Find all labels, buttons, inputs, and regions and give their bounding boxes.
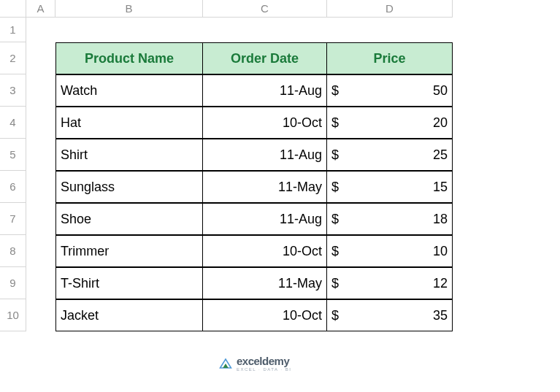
spreadsheet: A B C D 1 2 Product Name Order Date Pric… (0, 0, 560, 331)
corner-select-all[interactable] (0, 0, 26, 18)
row-header[interactable]: 5 (0, 139, 26, 171)
row-header[interactable]: 10 (0, 299, 26, 331)
cell-product[interactable]: T-Shirt (55, 267, 203, 299)
col-header-d[interactable]: D (327, 0, 453, 18)
amount: 18 (433, 212, 448, 227)
cell-price[interactable]: $10 (327, 235, 453, 267)
row-header[interactable]: 8 (0, 235, 26, 267)
amount: 50 (433, 83, 448, 99)
cell-product[interactable]: Jacket (55, 299, 203, 331)
cell-a10[interactable] (26, 299, 55, 331)
cell-date[interactable]: 11-Aug (203, 74, 327, 107)
row-header[interactable]: 6 (0, 171, 26, 203)
col-header-a[interactable]: A (26, 0, 55, 18)
cell-product[interactable]: Sunglass (55, 171, 203, 203)
row-header[interactable]: 9 (0, 267, 26, 299)
cell-date[interactable]: 10-Oct (203, 235, 327, 267)
cell-a3[interactable] (26, 74, 55, 107)
currency: $ (331, 212, 339, 227)
cell-b1[interactable] (55, 18, 203, 42)
cell-price[interactable]: $35 (327, 299, 453, 331)
cell-product[interactable]: Hat (55, 107, 203, 139)
cell-d1[interactable] (327, 18, 453, 42)
cell-date[interactable]: 11-Aug (203, 203, 327, 235)
cell-price[interactable]: $18 (327, 203, 453, 235)
currency: $ (331, 180, 339, 195)
cell-price[interactable]: $50 (327, 74, 453, 107)
header-price[interactable]: Price (327, 42, 453, 74)
row-header[interactable]: 7 (0, 203, 26, 235)
cell-a4[interactable] (26, 107, 55, 139)
cell-product[interactable]: Trimmer (55, 235, 203, 267)
col-header-b[interactable]: B (55, 0, 203, 18)
cell-a8[interactable] (26, 235, 55, 267)
currency: $ (331, 276, 339, 291)
cell-price[interactable]: $12 (327, 267, 453, 299)
cell-a1[interactable] (26, 18, 55, 42)
amount: 10 (433, 244, 448, 259)
header-product[interactable]: Product Name (55, 42, 203, 74)
cell-a9[interactable] (26, 267, 55, 299)
cell-price[interactable]: $15 (327, 171, 453, 203)
amount: 15 (433, 180, 448, 195)
amount: 12 (433, 276, 448, 291)
col-header-c[interactable]: C (203, 0, 327, 18)
cell-c1[interactable] (203, 18, 327, 42)
currency: $ (331, 115, 339, 131)
watermark-main: exceldemy (237, 356, 291, 366)
watermark: exceldemy EXCEL · DATA · BI (219, 356, 291, 372)
cell-date[interactable]: 10-Oct (203, 299, 327, 331)
exceldemy-icon (219, 358, 232, 369)
amount: 20 (433, 115, 448, 131)
row-header[interactable]: 2 (0, 42, 26, 74)
header-date[interactable]: Order Date (203, 42, 327, 74)
cell-date[interactable]: 11-Aug (203, 139, 327, 171)
cell-date[interactable]: 10-Oct (203, 107, 327, 139)
amount: 25 (433, 147, 448, 163)
cell-a5[interactable] (26, 139, 55, 171)
cell-a2[interactable] (26, 42, 55, 74)
row-header[interactable]: 1 (0, 18, 26, 42)
cell-a7[interactable] (26, 203, 55, 235)
currency: $ (331, 147, 339, 163)
cell-date[interactable]: 11-May (203, 267, 327, 299)
row-header[interactable]: 4 (0, 107, 26, 139)
row-header[interactable]: 3 (0, 74, 26, 107)
currency: $ (331, 308, 339, 323)
cell-price[interactable]: $25 (327, 139, 453, 171)
cell-product[interactable]: Shoe (55, 203, 203, 235)
cell-price[interactable]: $20 (327, 107, 453, 139)
cell-a6[interactable] (26, 171, 55, 203)
cell-product[interactable]: Watch (55, 74, 203, 107)
amount: 35 (433, 308, 448, 323)
currency: $ (331, 83, 339, 99)
currency: $ (331, 244, 339, 259)
cell-product[interactable]: Shirt (55, 139, 203, 171)
watermark-sub: EXCEL · DATA · BI (237, 367, 291, 372)
cell-date[interactable]: 11-May (203, 171, 327, 203)
